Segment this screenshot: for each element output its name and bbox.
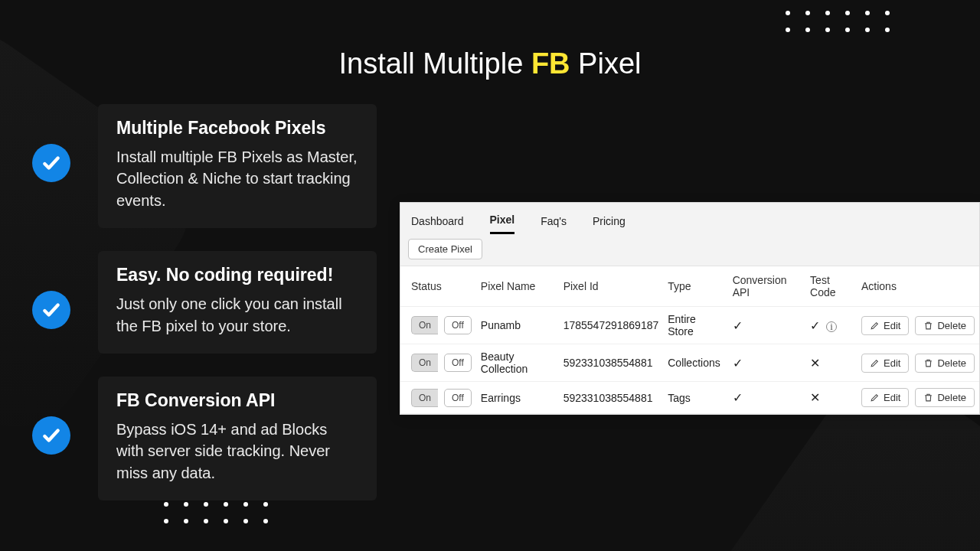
tab-dashboard[interactable]: Dashboard xyxy=(411,212,464,233)
x-icon: ✕ xyxy=(810,391,820,404)
pixel-type: Tags xyxy=(663,382,727,414)
x-icon: ✕ xyxy=(810,357,820,370)
edit-button[interactable]: Edit xyxy=(861,316,909,335)
column-header: Type xyxy=(663,266,727,307)
status-toggle[interactable]: OnOff xyxy=(411,316,472,334)
deco-dots-top xyxy=(786,11,896,38)
feature-card: FB Conversion APIBypass iOS 14+ and ad B… xyxy=(98,377,377,500)
pixel-type: Collections xyxy=(663,344,727,382)
column-header: Conversion API xyxy=(728,266,805,307)
edit-button[interactable]: Edit xyxy=(861,354,909,373)
check-icon: ✓ xyxy=(733,391,743,404)
capi-status: ✓ xyxy=(728,344,805,382)
tab-pricing[interactable]: Pricing xyxy=(593,212,626,233)
column-header: Test Code xyxy=(805,266,857,307)
test-code-status: ✕ xyxy=(805,344,857,382)
edit-button[interactable]: Edit xyxy=(861,388,909,407)
column-header: Status xyxy=(400,266,476,307)
feature-title: Easy. No coding required! xyxy=(116,265,358,285)
page-title: Install Multiple FB Pixel xyxy=(0,47,980,80)
tab-pixel[interactable]: Pixel xyxy=(490,210,515,234)
info-icon[interactable]: i xyxy=(826,321,837,332)
feature-body: Install multiple FB Pixels as Master, Co… xyxy=(116,146,358,211)
status-toggle[interactable]: OnOff xyxy=(411,354,472,372)
feature-title: FB Conversion API xyxy=(116,390,358,411)
pixel-type: Entire Store xyxy=(663,307,727,344)
delete-button[interactable]: Delete xyxy=(915,354,975,373)
capi-status: ✓ xyxy=(728,307,805,344)
check-icon xyxy=(32,291,70,329)
feature-title: Multiple Facebook Pixels xyxy=(116,118,358,139)
test-code-status: ✓ i xyxy=(805,307,857,344)
feature-body: Just only one click you can install the … xyxy=(116,293,358,337)
delete-button[interactable]: Delete xyxy=(915,316,975,335)
pixel-table: StatusPixel NamePixel IdTypeConversion A… xyxy=(400,266,979,414)
tabs-bar: DashboardPixelFaq'sPricing xyxy=(400,203,979,236)
pixel-panel: DashboardPixelFaq'sPricing Create Pixel … xyxy=(400,202,980,415)
column-header: Pixel Name xyxy=(476,266,559,307)
pixel-name: Earrings xyxy=(476,382,559,414)
column-header: Actions xyxy=(857,266,979,307)
test-code-status: ✕ xyxy=(805,382,857,414)
check-icon: ✓ xyxy=(810,319,820,332)
check-icon xyxy=(32,416,70,455)
pixel-id: 592331038554881 xyxy=(559,344,664,382)
check-icon: ✓ xyxy=(733,319,743,332)
pixel-name: Beauty Collection xyxy=(476,344,559,382)
pixel-name: Punamb xyxy=(476,307,559,344)
table-row: OnOffPunamb1785547291869187Entire Store✓… xyxy=(400,307,979,344)
table-row: OnOffBeauty Collection592331038554881Col… xyxy=(400,344,979,382)
create-pixel-button[interactable]: Create Pixel xyxy=(408,239,482,259)
pixel-id: 592331038554881 xyxy=(559,382,664,414)
check-icon: ✓ xyxy=(733,357,743,370)
pixel-id: 1785547291869187 xyxy=(559,307,664,344)
column-header: Pixel Id xyxy=(559,266,664,307)
feature-body: Bypass iOS 14+ and ad Blocks with server… xyxy=(116,419,358,484)
tab-faqs[interactable]: Faq's xyxy=(541,212,567,233)
status-toggle[interactable]: OnOff xyxy=(411,389,472,407)
delete-button[interactable]: Delete xyxy=(915,388,975,407)
table-row: OnOffEarrings592331038554881Tags✓✕EditDe… xyxy=(400,382,979,414)
feature-card: Multiple Facebook PixelsInstall multiple… xyxy=(98,104,377,228)
capi-status: ✓ xyxy=(728,382,805,414)
check-icon xyxy=(32,144,70,182)
feature-card: Easy. No coding required!Just only one c… xyxy=(98,251,377,354)
features-column: Multiple Facebook PixelsInstall multiple… xyxy=(32,104,377,523)
